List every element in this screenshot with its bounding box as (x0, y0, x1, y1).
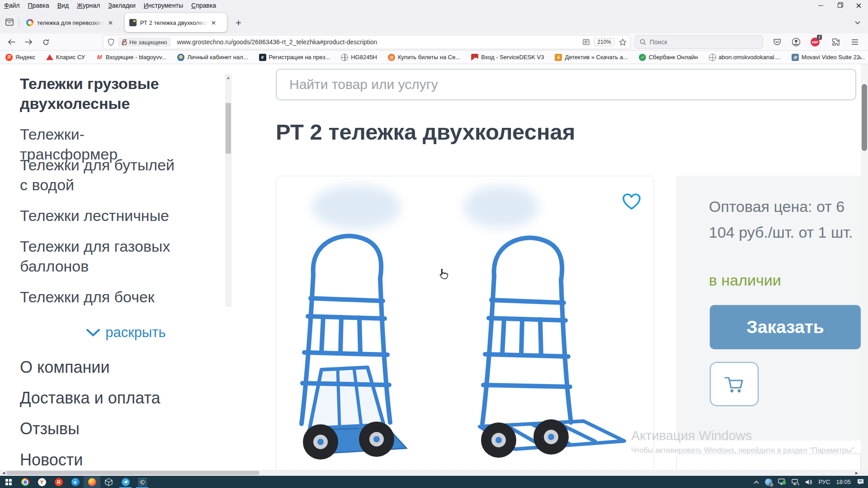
security-chip[interactable]: Не защищено (118, 37, 171, 47)
scroll-up-arrow-icon[interactable]: ▲ (225, 75, 231, 80)
sidebar-scrollbar-thumb[interactable] (226, 103, 231, 154)
window-minimize-button[interactable] (811, 0, 830, 11)
chrome-icon (21, 478, 29, 486)
availability-status[interactable]: в наличии (709, 272, 781, 289)
movavi-icon: ⊞ (792, 54, 799, 61)
sidebar-scrollbar[interactable]: ▲ (225, 74, 231, 307)
sidebar-item-bochki[interactable]: Тележки для бочек (20, 287, 178, 307)
window-restore-button[interactable] (830, 0, 849, 11)
tab-google-search[interactable]: тележка для перевозки грузов (22, 14, 120, 32)
page-content: Тележки грузовые двухколесные Тележки-тр… (0, 64, 868, 470)
vertical-scrollbar-thumb[interactable] (862, 84, 867, 151)
bookmark-servicedesk[interactable]: Вход - ServiceDESK V3 (471, 54, 544, 61)
taskbar-firefox-active[interactable] (84, 476, 100, 488)
reader-view-icon[interactable] (583, 39, 590, 45)
bookmark-star-icon[interactable] (619, 38, 627, 46)
list-all-tabs-button[interactable] (852, 17, 863, 28)
menu-help[interactable]: Справка (187, 2, 220, 9)
taskbar-yandex-browser[interactable]: Y (33, 476, 50, 488)
new-tab-button[interactable] (232, 17, 244, 28)
app-menu-button[interactable] (849, 37, 861, 47)
tab-close-icon[interactable] (108, 21, 113, 25)
speaker-icon[interactable] (805, 479, 812, 485)
flag-red-icon (471, 54, 478, 61)
sidebar-item-gazovye[interactable]: Тележки для газовых баллонов (20, 236, 178, 276)
bookmark-registration[interactable]: КРегистрация на през... (259, 54, 330, 61)
taskbar-telegram[interactable] (117, 476, 134, 488)
tab-close-icon[interactable] (212, 21, 216, 25)
tab-title: тележка для перевозки грузов (37, 19, 105, 26)
reload-button[interactable] (40, 37, 52, 47)
tray-expand-chevron-icon[interactable] (754, 480, 759, 484)
taskbar-yandex[interactable]: Я (50, 476, 67, 488)
sidebar-item-butyli[interactable]: Тележки для бутылей с водой (20, 155, 178, 195)
clock[interactable]: 18:05 (836, 479, 851, 485)
taskbar-edge[interactable]: e (67, 476, 84, 488)
menu-file[interactable]: Файл (0, 2, 24, 9)
language-indicator[interactable]: РУС (818, 479, 830, 485)
menu-bookmarks[interactable]: Закладки (104, 2, 140, 9)
bookmark-movavi[interactable]: ⊞Movavi Video Suite 22... (792, 54, 865, 61)
bookmark-yandex[interactable]: ЯЯндекс (5, 54, 35, 61)
page-vertical-scrollbar[interactable] (861, 64, 868, 470)
secondary-panel (676, 454, 861, 470)
adblock-plus-button[interactable]: ABP 2 (809, 37, 821, 47)
expand-categories-link[interactable]: раскрыть (20, 324, 232, 341)
pocket-button[interactable] (771, 37, 783, 47)
taskbar-chrome[interactable] (17, 476, 33, 488)
scroll-left-arrow-icon[interactable]: ◄ (1, 470, 6, 476)
taskbar-3d-viewer[interactable] (100, 476, 117, 488)
bookmark-nalog[interactable]: Личный кабинет нал... (177, 54, 248, 61)
bookmark-klaris[interactable]: Кларис СУ (46, 54, 85, 61)
tickets-icon: @ (388, 54, 395, 61)
browser-search-field[interactable]: Поиск (635, 35, 763, 49)
extensions-button[interactable] (830, 37, 842, 47)
add-to-cart-button[interactable] (710, 362, 759, 406)
menu-tools[interactable]: Инструменты (140, 2, 187, 9)
zoom-level-badge[interactable]: 210% (594, 38, 614, 46)
bookmark-gmail[interactable]: MВходящие - blagoyvv... (96, 54, 166, 61)
back-button[interactable] (5, 37, 17, 47)
sidebar-link-about[interactable]: О компании (20, 358, 110, 377)
page-horizontal-scrollbar[interactable]: ◄ ► (0, 470, 868, 476)
bookmarks-bar: ЯЯндекс Кларис СУ MВходящие - blagoyvv..… (0, 51, 868, 64)
sidebar-item-telezhki-gruzovye[interactable]: Тележки грузовые двухколесные (20, 74, 178, 113)
tray-app-icon[interactable]: 3 (765, 479, 772, 486)
sidebar-item-lestnichnye[interactable]: Тележки лестничные (20, 206, 178, 225)
arrow-left-icon (8, 39, 15, 45)
window-close-button[interactable] (849, 0, 868, 11)
bookmark-sberbank[interactable]: ✓Сбербанк Онлайн (639, 54, 698, 61)
bookmark-hg8245h[interactable]: HG8245H (341, 54, 377, 61)
menu-view[interactable]: Вид (53, 2, 73, 9)
bookmark-tickets[interactable]: @Купить билеты на Се... (388, 54, 460, 61)
security-monitor-icon[interactable] (778, 479, 786, 485)
horizontal-scrollbar-thumb[interactable] (6, 471, 259, 475)
sidebar-link-delivery[interactable]: Доставка и оплата (20, 389, 160, 408)
bookmark-vodokanal[interactable]: abon.omskvodokanal.... (709, 54, 781, 61)
archive-box-icon (5, 19, 14, 26)
scroll-right-arrow-icon[interactable]: ► (854, 470, 859, 476)
network-icon[interactable] (792, 479, 799, 485)
site-search-input[interactable]: Найти товар или услугу (276, 69, 856, 100)
sidebar-link-news[interactable]: Новости (20, 450, 83, 469)
tab-bar: тележка для перевозки грузов РТ 2 тележк… (0, 11, 868, 33)
forward-button[interactable] (23, 37, 34, 47)
shield-icon[interactable] (108, 38, 114, 46)
address-bar[interactable]: Не защищено www.grostechno.ru/goods/2686… (103, 35, 630, 49)
orange-icon: ii (555, 54, 562, 61)
yandex-icon: Я (55, 478, 63, 486)
order-button[interactable]: Заказать (710, 305, 861, 349)
notification-center-icon[interactable] (857, 479, 864, 485)
bookmark-detektiv[interactable]: iiДетектив » Скачать а... (555, 54, 627, 61)
firefox-view-button[interactable] (4, 17, 15, 28)
reload-icon (42, 39, 49, 46)
tab-product-page[interactable]: РТ 2 тележка двухколесная, це (125, 13, 227, 32)
menu-history[interactable]: Журнал (73, 2, 104, 9)
menu-edit[interactable]: Правка (24, 2, 53, 9)
account-button[interactable] (790, 37, 802, 47)
favorite-heart-icon[interactable] (622, 192, 641, 211)
taskbar-kompas[interactable] (134, 476, 151, 488)
bookmarks-overflow-button[interactable]: » (858, 53, 862, 61)
sidebar-link-reviews[interactable]: Отзывы (20, 419, 80, 438)
start-button[interactable] (0, 476, 17, 488)
